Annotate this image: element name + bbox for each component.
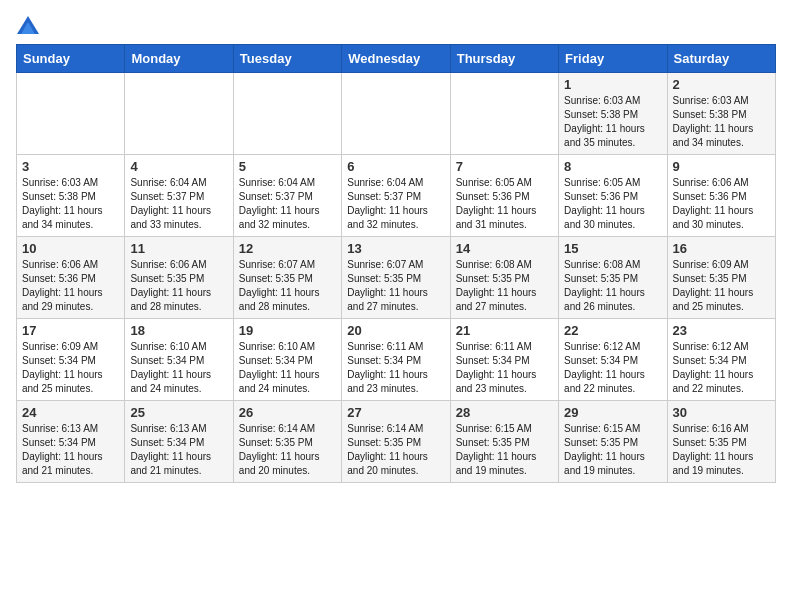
day-number: 19 — [239, 323, 336, 338]
day-info: Sunrise: 6:06 AM Sunset: 5:36 PM Dayligh… — [673, 176, 770, 232]
day-info: Sunrise: 6:03 AM Sunset: 5:38 PM Dayligh… — [564, 94, 661, 150]
day-info: Sunrise: 6:13 AM Sunset: 5:34 PM Dayligh… — [22, 422, 119, 478]
weekday-header: Wednesday — [342, 45, 450, 73]
calendar-cell: 23Sunrise: 6:12 AM Sunset: 5:34 PM Dayli… — [667, 319, 775, 401]
day-number: 10 — [22, 241, 119, 256]
calendar-cell: 6Sunrise: 6:04 AM Sunset: 5:37 PM Daylig… — [342, 155, 450, 237]
calendar-cell: 14Sunrise: 6:08 AM Sunset: 5:35 PM Dayli… — [450, 237, 558, 319]
calendar-cell — [125, 73, 233, 155]
calendar-cell: 28Sunrise: 6:15 AM Sunset: 5:35 PM Dayli… — [450, 401, 558, 483]
day-number: 20 — [347, 323, 444, 338]
day-number: 5 — [239, 159, 336, 174]
calendar-cell — [342, 73, 450, 155]
calendar-cell: 19Sunrise: 6:10 AM Sunset: 5:34 PM Dayli… — [233, 319, 341, 401]
calendar-cell: 11Sunrise: 6:06 AM Sunset: 5:35 PM Dayli… — [125, 237, 233, 319]
day-number: 13 — [347, 241, 444, 256]
day-number: 11 — [130, 241, 227, 256]
weekday-header: Saturday — [667, 45, 775, 73]
day-number: 17 — [22, 323, 119, 338]
day-info: Sunrise: 6:16 AM Sunset: 5:35 PM Dayligh… — [673, 422, 770, 478]
calendar-header-row: SundayMondayTuesdayWednesdayThursdayFrid… — [17, 45, 776, 73]
calendar-cell: 7Sunrise: 6:05 AM Sunset: 5:36 PM Daylig… — [450, 155, 558, 237]
day-info: Sunrise: 6:09 AM Sunset: 5:34 PM Dayligh… — [22, 340, 119, 396]
day-number: 24 — [22, 405, 119, 420]
day-info: Sunrise: 6:12 AM Sunset: 5:34 PM Dayligh… — [673, 340, 770, 396]
day-number: 12 — [239, 241, 336, 256]
weekday-header: Monday — [125, 45, 233, 73]
calendar-cell: 22Sunrise: 6:12 AM Sunset: 5:34 PM Dayli… — [559, 319, 667, 401]
calendar-cell: 4Sunrise: 6:04 AM Sunset: 5:37 PM Daylig… — [125, 155, 233, 237]
day-info: Sunrise: 6:15 AM Sunset: 5:35 PM Dayligh… — [456, 422, 553, 478]
calendar-cell — [17, 73, 125, 155]
day-info: Sunrise: 6:07 AM Sunset: 5:35 PM Dayligh… — [347, 258, 444, 314]
day-number: 4 — [130, 159, 227, 174]
day-number: 27 — [347, 405, 444, 420]
weekday-header: Thursday — [450, 45, 558, 73]
weekday-header: Tuesday — [233, 45, 341, 73]
calendar-week-row: 1Sunrise: 6:03 AM Sunset: 5:38 PM Daylig… — [17, 73, 776, 155]
day-number: 8 — [564, 159, 661, 174]
day-info: Sunrise: 6:14 AM Sunset: 5:35 PM Dayligh… — [347, 422, 444, 478]
weekday-header: Sunday — [17, 45, 125, 73]
day-number: 28 — [456, 405, 553, 420]
day-number: 6 — [347, 159, 444, 174]
day-info: Sunrise: 6:13 AM Sunset: 5:34 PM Dayligh… — [130, 422, 227, 478]
day-info: Sunrise: 6:03 AM Sunset: 5:38 PM Dayligh… — [673, 94, 770, 150]
day-number: 21 — [456, 323, 553, 338]
calendar-week-row: 3Sunrise: 6:03 AM Sunset: 5:38 PM Daylig… — [17, 155, 776, 237]
calendar-cell: 30Sunrise: 6:16 AM Sunset: 5:35 PM Dayli… — [667, 401, 775, 483]
calendar-cell: 17Sunrise: 6:09 AM Sunset: 5:34 PM Dayli… — [17, 319, 125, 401]
calendar-week-row: 24Sunrise: 6:13 AM Sunset: 5:34 PM Dayli… — [17, 401, 776, 483]
day-info: Sunrise: 6:14 AM Sunset: 5:35 PM Dayligh… — [239, 422, 336, 478]
day-info: Sunrise: 6:15 AM Sunset: 5:35 PM Dayligh… — [564, 422, 661, 478]
day-info: Sunrise: 6:09 AM Sunset: 5:35 PM Dayligh… — [673, 258, 770, 314]
calendar-cell: 3Sunrise: 6:03 AM Sunset: 5:38 PM Daylig… — [17, 155, 125, 237]
calendar-cell: 27Sunrise: 6:14 AM Sunset: 5:35 PM Dayli… — [342, 401, 450, 483]
day-number: 14 — [456, 241, 553, 256]
weekday-header: Friday — [559, 45, 667, 73]
calendar-cell: 18Sunrise: 6:10 AM Sunset: 5:34 PM Dayli… — [125, 319, 233, 401]
page-header — [16, 16, 776, 34]
calendar-cell: 25Sunrise: 6:13 AM Sunset: 5:34 PM Dayli… — [125, 401, 233, 483]
calendar-table: SundayMondayTuesdayWednesdayThursdayFrid… — [16, 44, 776, 483]
day-info: Sunrise: 6:12 AM Sunset: 5:34 PM Dayligh… — [564, 340, 661, 396]
day-info: Sunrise: 6:10 AM Sunset: 5:34 PM Dayligh… — [130, 340, 227, 396]
calendar-week-row: 10Sunrise: 6:06 AM Sunset: 5:36 PM Dayli… — [17, 237, 776, 319]
day-number: 23 — [673, 323, 770, 338]
day-number: 7 — [456, 159, 553, 174]
day-info: Sunrise: 6:08 AM Sunset: 5:35 PM Dayligh… — [456, 258, 553, 314]
day-info: Sunrise: 6:11 AM Sunset: 5:34 PM Dayligh… — [456, 340, 553, 396]
day-info: Sunrise: 6:06 AM Sunset: 5:36 PM Dayligh… — [22, 258, 119, 314]
day-number: 3 — [22, 159, 119, 174]
calendar-cell: 29Sunrise: 6:15 AM Sunset: 5:35 PM Dayli… — [559, 401, 667, 483]
day-info: Sunrise: 6:07 AM Sunset: 5:35 PM Dayligh… — [239, 258, 336, 314]
day-number: 29 — [564, 405, 661, 420]
day-number: 22 — [564, 323, 661, 338]
calendar-cell — [233, 73, 341, 155]
day-info: Sunrise: 6:05 AM Sunset: 5:36 PM Dayligh… — [564, 176, 661, 232]
day-info: Sunrise: 6:04 AM Sunset: 5:37 PM Dayligh… — [347, 176, 444, 232]
day-info: Sunrise: 6:08 AM Sunset: 5:35 PM Dayligh… — [564, 258, 661, 314]
day-info: Sunrise: 6:06 AM Sunset: 5:35 PM Dayligh… — [130, 258, 227, 314]
calendar-cell: 15Sunrise: 6:08 AM Sunset: 5:35 PM Dayli… — [559, 237, 667, 319]
calendar-cell: 24Sunrise: 6:13 AM Sunset: 5:34 PM Dayli… — [17, 401, 125, 483]
calendar-cell: 8Sunrise: 6:05 AM Sunset: 5:36 PM Daylig… — [559, 155, 667, 237]
day-number: 2 — [673, 77, 770, 92]
day-info: Sunrise: 6:04 AM Sunset: 5:37 PM Dayligh… — [239, 176, 336, 232]
calendar-cell: 2Sunrise: 6:03 AM Sunset: 5:38 PM Daylig… — [667, 73, 775, 155]
day-number: 1 — [564, 77, 661, 92]
day-number: 15 — [564, 241, 661, 256]
day-number: 25 — [130, 405, 227, 420]
day-info: Sunrise: 6:11 AM Sunset: 5:34 PM Dayligh… — [347, 340, 444, 396]
calendar-cell: 13Sunrise: 6:07 AM Sunset: 5:35 PM Dayli… — [342, 237, 450, 319]
day-number: 9 — [673, 159, 770, 174]
day-number: 26 — [239, 405, 336, 420]
calendar-cell: 12Sunrise: 6:07 AM Sunset: 5:35 PM Dayli… — [233, 237, 341, 319]
day-number: 18 — [130, 323, 227, 338]
calendar-cell — [450, 73, 558, 155]
day-info: Sunrise: 6:10 AM Sunset: 5:34 PM Dayligh… — [239, 340, 336, 396]
calendar-cell: 10Sunrise: 6:06 AM Sunset: 5:36 PM Dayli… — [17, 237, 125, 319]
calendar-cell: 9Sunrise: 6:06 AM Sunset: 5:36 PM Daylig… — [667, 155, 775, 237]
day-info: Sunrise: 6:03 AM Sunset: 5:38 PM Dayligh… — [22, 176, 119, 232]
logo — [16, 16, 40, 34]
